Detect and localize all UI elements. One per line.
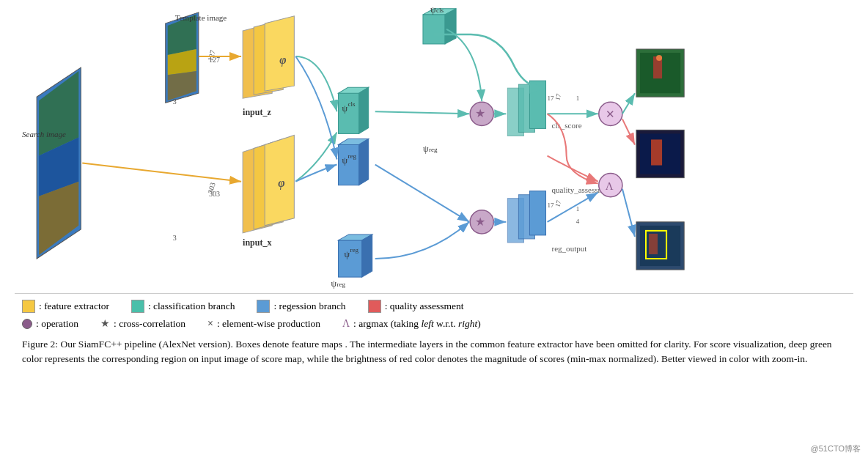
svg-text:ψ: ψ [331,278,337,289]
svg-rect-87 [651,139,662,165]
legend-elementwise-label: : element-wise production [217,318,320,330]
svg-rect-84 [656,55,662,61]
svg-text:input_z: input_z [243,107,271,117]
main-container: Search image Template image φ φ 127 127 [0,0,868,458]
svg-text:Λ: Λ [606,180,614,192]
svg-text:input_x: input_x [243,237,271,248]
legend-operation: : operation [22,318,78,330]
svg-line-95 [375,165,469,222]
svg-text:4: 4 [576,218,580,225]
times-icon: × [207,318,213,330]
legend-quality: : quality assessment [368,300,464,313]
legend-area: : feature extractor : classification bra… [15,293,853,333]
svg-marker-35 [445,9,456,44]
legend-feature-extractor-label: : feature extractor [39,300,109,312]
svg-text:ψ: ψ [342,155,348,166]
classification-icon [131,300,144,313]
svg-text:ψ: ψ [430,7,436,15]
svg-text:reg: reg [429,147,438,154]
svg-text:17: 17 [548,202,555,209]
legend-classification-label: : classification branch [148,300,235,312]
legend-elementwise: × : element-wise production [207,318,320,330]
svg-line-101 [622,119,635,144]
svg-text:1: 1 [576,95,580,102]
feature-extractor-icon [22,300,35,313]
svg-text:φ: φ [278,177,284,190]
diagram-area: Search image Template image φ φ 127 127 [15,7,853,293]
legend-cross-correlation-label: : cross-correlation [114,318,185,330]
svg-line-99 [548,193,598,222]
svg-text:reg_output: reg_output [552,244,587,253]
caption-text: Figure 2: Our SiamFC++ pipeline (AlexNet… [22,339,832,364]
legend-argmax: Λ : argmax (taking left w.r.t. right) [342,318,481,330]
legend-row-1: : feature extractor : classification bra… [22,300,839,313]
regression-icon [257,300,270,313]
svg-text:3: 3 [173,234,177,242]
svg-marker-52 [362,234,372,277]
svg-marker-45 [359,138,369,185]
svg-rect-91 [649,234,658,254]
svg-text:17: 17 [553,199,562,208]
svg-rect-33 [423,15,445,44]
svg-rect-66 [529,191,545,235]
caption-area: Figure 2: Our SiamFC++ pipeline (AlexNet… [15,333,853,367]
svg-text:★: ★ [475,215,485,228]
svg-text:reg: reg [350,246,359,254]
svg-line-102 [622,189,635,237]
svg-marker-40 [359,87,369,133]
svg-text:cls: cls [436,7,444,14]
svg-text:reg: reg [337,281,346,288]
svg-text:cls: cls [348,100,356,108]
svg-text:1: 1 [576,205,580,213]
svg-line-94 [375,111,469,114]
svg-line-100 [622,93,635,114]
svg-text:φ: φ [279,53,286,67]
legend-quality-label: : quality assessment [385,300,464,312]
legend-argmax-label: : argmax (taking left w.r.t. right) [353,318,481,330]
svg-text:★: ★ [475,107,485,119]
legend-feature-extractor: : feature extractor [22,300,109,313]
svg-text:ψ: ψ [345,249,350,259]
legend-classification: : classification branch [131,300,235,313]
lambda-icon: Λ [342,318,350,330]
svg-text:Template image: Template image [175,13,227,22]
legend-cross-correlation: ★ : cross-correlation [100,317,185,330]
legend-row-2: : operation ★ : cross-correlation × : el… [22,317,839,330]
legend-operation-label: : operation [36,318,78,330]
watermark: @51CTO博客 [811,443,861,454]
svg-text:reg: reg [348,152,357,160]
svg-text:3: 3 [173,97,177,106]
svg-line-92 [82,163,241,182]
svg-text:Search image: Search image [22,130,66,138]
svg-text:17: 17 [548,95,555,102]
quality-icon [368,300,381,313]
svg-text:ψ: ψ [423,144,429,155]
operation-icon [22,319,32,329]
svg-text:✕: ✕ [606,108,615,120]
legend-regression: : regession branch [257,300,345,313]
star-icon: ★ [100,317,110,330]
legend-regression-label: : regession branch [273,300,345,312]
svg-text:ψ: ψ [342,103,348,114]
svg-text:17: 17 [553,92,562,101]
